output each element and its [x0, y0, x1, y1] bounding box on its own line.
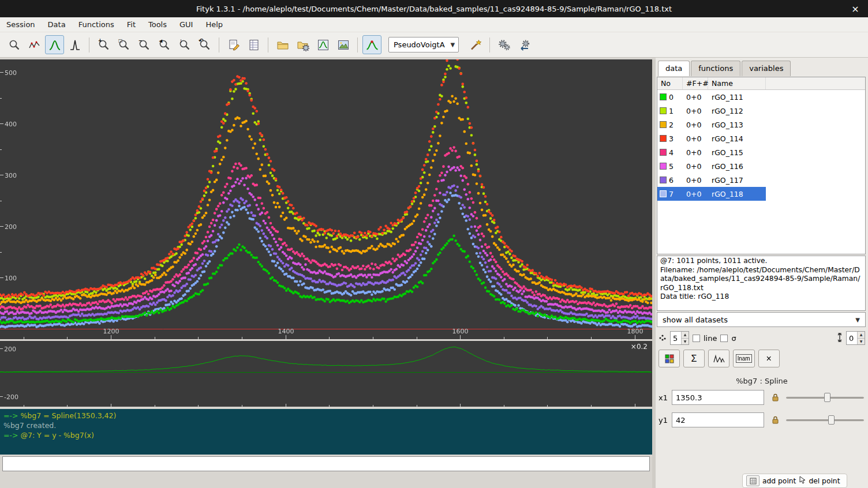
plot-hint-bar: add point del point — [742, 474, 847, 488]
aux-plot-area[interactable]: ×0.2 — [0, 341, 652, 407]
grid-toggle-button[interactable] — [746, 475, 760, 486]
export-image-button[interactable] — [334, 35, 353, 54]
undo-fit-button[interactable] — [515, 35, 534, 54]
folder-icon — [276, 39, 289, 51]
param-y1-slider[interactable] — [786, 415, 865, 425]
aux-plot-canvas[interactable] — [0, 341, 652, 407]
dataset-color-swatch[interactable] — [660, 163, 667, 170]
point-size-input[interactable] — [671, 332, 681, 344]
session-script-button[interactable] — [224, 35, 243, 54]
scribble-icon — [28, 39, 41, 51]
dataset-name: rGO_117 — [708, 173, 766, 187]
function-type-dropdown[interactable]: PseudoVoigtA▼ — [388, 37, 459, 52]
lock-icon[interactable] — [768, 413, 782, 427]
tab-data[interactable]: data — [658, 61, 690, 76]
sigma-checkbox[interactable] — [720, 335, 728, 342]
dataset-color-swatch[interactable] — [660, 93, 667, 100]
dataset-row-rGO_111[interactable]: 00+0rGO_111 — [657, 90, 865, 104]
menu-data[interactable]: Data — [42, 17, 72, 32]
run-fit-button[interactable] — [495, 35, 514, 54]
zoom-in-button[interactable]: + — [94, 35, 113, 54]
spinner-arrows[interactable]: ▲▼ — [681, 332, 689, 344]
dataset-name: rGO_118 — [708, 187, 766, 201]
dataset-row-rGO_112[interactable]: 10+0rGO_112 — [657, 104, 865, 118]
dataset-name: rGO_116 — [708, 159, 766, 173]
command-input[interactable] — [2, 456, 650, 471]
zoom-vertical-button[interactable]: ↕ — [175, 35, 194, 54]
dataset-row-rGO_118[interactable]: 70+0rGO_118 — [657, 187, 865, 201]
main-plot-canvas[interactable] — [0, 59, 652, 339]
lock-icon[interactable] — [768, 391, 782, 404]
dataset-row-rGO_117[interactable]: 60+0rGO_117 — [657, 173, 865, 187]
dataset-rows: 00+0rGO_11110+0rGO_11220+0rGO_11330+0rGO… — [657, 90, 865, 201]
dataset-row-rGO_115[interactable]: 40+0rGO_115 — [657, 145, 865, 159]
zoom-box-button[interactable]: □ — [114, 35, 133, 54]
zoom-out-button-badge: − — [137, 37, 144, 44]
main-plot-area[interactable] — [0, 59, 652, 339]
menu-fit[interactable]: Fit — [121, 17, 142, 32]
dataset-func-count: 0+0 — [683, 173, 708, 187]
window-title: Fityk 1.3.1 - /home/aleplo/test/Document… — [196, 5, 672, 13]
zoom-in-button-badge: + — [97, 37, 103, 44]
dataset-row-rGO_114[interactable]: 30+0rGO_114 — [657, 132, 865, 145]
dataset-number: 2 — [669, 121, 674, 129]
dataset-row-rGO_116[interactable]: 50+0rGO_116 — [657, 159, 865, 173]
tab-variables[interactable]: variables — [742, 61, 791, 76]
chevron-down-icon: ▼ — [850, 317, 865, 323]
delete-button[interactable]: × — [758, 350, 780, 367]
dataset-filter-dropdown[interactable]: show all datasets ▼ — [657, 312, 866, 327]
dataset-color-swatch[interactable] — [660, 135, 667, 142]
data-range-mode-button[interactable] — [25, 35, 44, 54]
zoom-mode-button[interactable] — [5, 35, 24, 54]
shift-icon — [837, 333, 843, 344]
spinner-arrows[interactable]: ▲▼ — [857, 332, 865, 344]
zoom-left-button[interactable]: ◂ — [155, 35, 174, 54]
show-names-button[interactable]: lnam — [733, 350, 755, 367]
tab-functions[interactable]: functions — [691, 61, 740, 76]
dataset-color-swatch[interactable] — [660, 107, 667, 114]
param-label: y1 — [659, 416, 668, 425]
close-button[interactable]: × — [848, 0, 862, 17]
functions-list-button[interactable] — [708, 350, 729, 367]
line-checkbox[interactable] — [693, 335, 700, 342]
zoom-out-button[interactable]: − — [134, 35, 154, 54]
execute-script-button[interactable] — [293, 35, 312, 54]
dataset-color-swatch[interactable] — [660, 190, 667, 197]
slider-thumb[interactable] — [828, 415, 835, 425]
dataset-info: @7: 1011 points, 1011 active. Filename: … — [657, 256, 866, 311]
dataset-color-swatch[interactable] — [660, 149, 667, 156]
activate-point-mode-button[interactable] — [65, 35, 84, 54]
function-panel-title: %bg7 : Spline — [656, 377, 868, 385]
point-size-spinner[interactable]: ▲▼ — [670, 331, 689, 345]
dataset-name: rGO_114 — [708, 132, 766, 145]
column-name: Name — [708, 77, 766, 89]
gears-icon — [498, 39, 511, 51]
plot-options-row: ▲▼ line σ ▲▼ — [659, 331, 865, 346]
param-y1-input[interactable] — [672, 412, 764, 427]
param-x1-slider[interactable] — [786, 392, 865, 403]
shift-spinner[interactable]: ▲▼ — [846, 331, 865, 345]
export-data-button[interactable] — [313, 35, 332, 54]
session-log-button[interactable] — [244, 35, 263, 54]
dataset-color-swatch[interactable] — [660, 177, 667, 183]
define-function-button[interactable] — [466, 35, 485, 54]
menu-help[interactable]: Help — [199, 17, 229, 32]
shift-input[interactable] — [847, 332, 857, 344]
dataset-color-swatch[interactable] — [660, 121, 667, 128]
auto-add-peak-button[interactable] — [362, 35, 381, 54]
menu-session[interactable]: Session — [0, 17, 42, 32]
menu-gui[interactable]: GUI — [173, 17, 199, 32]
menu-functions[interactable]: Functions — [72, 17, 121, 32]
dataset-row-rGO_113[interactable]: 20+0rGO_113 — [657, 118, 865, 132]
param-x1-input[interactable] — [672, 390, 764, 405]
page-pencil-icon — [227, 39, 240, 51]
dataset-colors-button[interactable] — [659, 350, 680, 367]
open-file-button[interactable] — [273, 35, 292, 54]
statistics-button[interactable]: Σ — [683, 350, 705, 367]
slider-thumb[interactable] — [824, 393, 830, 402]
dataset-number: 0 — [669, 93, 674, 102]
zoom-previous-button[interactable]: ↶ — [195, 35, 214, 54]
menu-tools[interactable]: Tools — [142, 17, 173, 32]
add-peak-mode-button[interactable] — [45, 35, 64, 54]
column-filler — [766, 77, 865, 89]
